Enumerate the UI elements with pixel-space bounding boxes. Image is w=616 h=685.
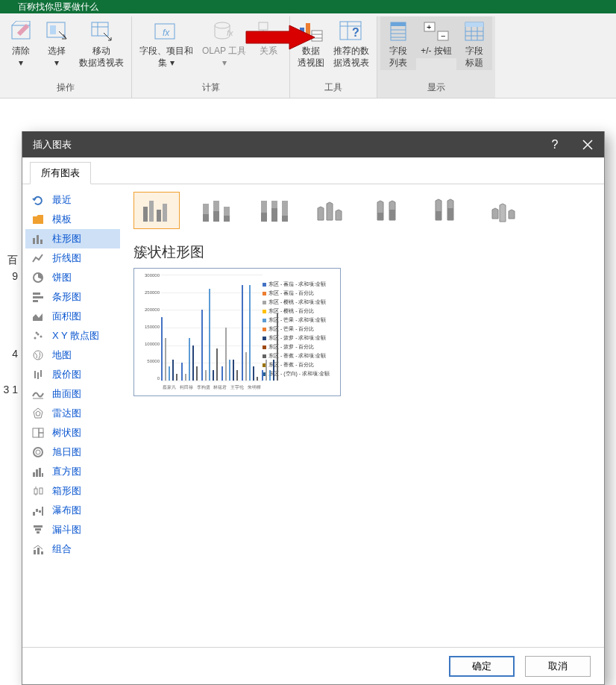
svg-rect-77 [163, 204, 167, 222]
fields-button[interactable]: fx 字段、项目和 集 ▾ [135, 16, 198, 70]
combo-icon [31, 542, 45, 556]
chart-category-recent[interactable]: 最近 [25, 190, 120, 210]
svg-point-55 [36, 450, 40, 454]
clear-button[interactable]: 清除 ▾ [3, 16, 39, 70]
select-icon [43, 18, 70, 45]
svg-point-45 [40, 336, 43, 338]
subtype-3d-clustered[interactable] [308, 192, 354, 229]
chart-preview[interactable]: 300000250000200000150000100000500000 蔡家凡… [133, 268, 341, 396]
plusminus-icon: +− [423, 18, 450, 45]
svg-rect-58 [39, 468, 41, 477]
svg-rect-73 [41, 551, 43, 554]
chart-category-xy[interactable]: X Y 散点图 [25, 326, 120, 345]
svg-rect-81 [213, 211, 219, 222]
dialog-tabstrip: 所有图表 [22, 157, 604, 184]
chart-category-radar[interactable]: 雷达图 [25, 404, 120, 423]
chart-category-stock[interactable]: 股价图 [25, 365, 120, 384]
ribbon-group-actions: 清除 ▾ 选择 ▾ 移动 数据透视表 操作 [0, 16, 132, 98]
chart-category-map[interactable]: 地图 [25, 345, 120, 365]
treemap-icon [31, 426, 45, 440]
subtype-3d-100stacked[interactable] [424, 192, 471, 229]
fieldlist-button[interactable]: 字段 列表 [380, 16, 416, 70]
subtype-100stacked-column[interactable] [250, 192, 296, 229]
cell-text: 4 [0, 348, 21, 364]
close-icon [582, 140, 593, 150]
subtype-clustered-column[interactable] [133, 192, 180, 229]
subtype-3d-stacked[interactable] [366, 192, 412, 229]
svg-text:?: ? [352, 26, 359, 39]
pointer-arrow-icon [245, 24, 316, 51]
svg-point-8 [215, 22, 230, 28]
move-pivot-icon [88, 18, 115, 45]
dialog-title: 插入图表 [33, 138, 72, 151]
chart-category-list: 最近模板柱形图折线图饼图条形图面积图X Y 散点图地图股价图曲面图雷达图树状图旭… [22, 184, 123, 647]
area-icon [31, 310, 45, 323]
chart-category-line[interactable]: 折线图 [25, 248, 120, 268]
fieldlist-icon [385, 18, 412, 45]
fieldheaders-button[interactable]: 字段 标题 [456, 16, 492, 70]
subtype-3d-column[interactable] [483, 192, 529, 229]
svg-rect-68 [34, 525, 43, 528]
svg-point-43 [34, 337, 37, 340]
svg-text:fx: fx [163, 28, 170, 38]
chart-category-histogram[interactable]: 直方图 [25, 462, 120, 481]
chart-category-surface[interactable]: 曲面图 [25, 384, 120, 404]
dialog-close-button[interactable] [571, 131, 604, 157]
cell-text: 9 [0, 270, 21, 287]
svg-rect-37 [37, 235, 39, 244]
move-button[interactable]: 移动 数据透视表 [75, 16, 128, 70]
olap-button[interactable]: fx OLAP 工具 ▾ [198, 16, 251, 70]
surface-icon [31, 387, 45, 401]
svg-rect-69 [35, 528, 41, 531]
histogram-icon [31, 465, 45, 478]
chart-category-area[interactable]: 面积图 [25, 307, 120, 326]
svg-text:fx: fx [227, 28, 233, 37]
dialog-titlebar[interactable]: 插入图表 ? [22, 131, 604, 157]
funnel-icon [31, 523, 45, 537]
svg-rect-51 [33, 428, 39, 437]
eraser-icon [7, 18, 34, 45]
svg-rect-2 [50, 25, 56, 34]
svg-rect-42 [33, 300, 38, 302]
chart-category-waterfall[interactable]: 瀑布图 [25, 501, 120, 520]
subtype-stacked-column[interactable] [192, 192, 238, 229]
svg-rect-56 [33, 472, 35, 477]
recent-icon [31, 193, 45, 207]
plusminus-button[interactable]: +− +/- 按钮 [416, 16, 456, 58]
olap-icon: fx [211, 18, 238, 45]
svg-rect-66 [39, 510, 41, 513]
cancel-button[interactable]: 取消 [525, 656, 591, 677]
map-icon [31, 348, 45, 362]
select-button[interactable]: 选择 ▾ [39, 16, 75, 70]
svg-rect-71 [34, 550, 36, 554]
svg-rect-36 [33, 238, 35, 244]
svg-rect-59 [42, 473, 43, 477]
svg-rect-79 [203, 214, 209, 222]
chart-category-sunburst[interactable]: 旭日图 [25, 442, 120, 462]
radar-icon [31, 407, 45, 420]
svg-rect-75 [149, 201, 154, 222]
recommend-pivot-button[interactable]: ? 推荐的数 据透视表 [329, 16, 374, 70]
chart-category-funnel[interactable]: 漏斗图 [25, 520, 120, 539]
chart-category-combo[interactable]: 组合 [25, 539, 120, 559]
sunburst-icon [31, 445, 45, 459]
template-icon [31, 213, 45, 226]
cell-text: 3 1 [0, 384, 21, 400]
ok-button[interactable]: 确定 [449, 656, 515, 677]
svg-rect-53 [39, 433, 43, 437]
chart-category-box[interactable]: 箱形图 [25, 481, 120, 501]
chart-category-pie[interactable]: 饼图 [25, 268, 120, 287]
chart-category-column[interactable]: 柱形图 [25, 229, 120, 248]
svg-rect-22 [391, 22, 406, 26]
waterfall-icon [31, 504, 45, 517]
chart-category-treemap[interactable]: 树状图 [25, 423, 120, 442]
chart-category-bar[interactable]: 条形图 [25, 287, 120, 307]
dialog-help-button[interactable]: ? [538, 131, 571, 157]
chart-category-template[interactable]: 模板 [25, 210, 120, 229]
cell-text: 百 [0, 254, 21, 270]
pie-icon [31, 271, 45, 284]
tab-all-charts[interactable]: 所有图表 [30, 162, 91, 184]
svg-rect-67 [42, 507, 43, 516]
svg-rect-60 [34, 489, 37, 494]
svg-text:+: + [427, 22, 431, 31]
